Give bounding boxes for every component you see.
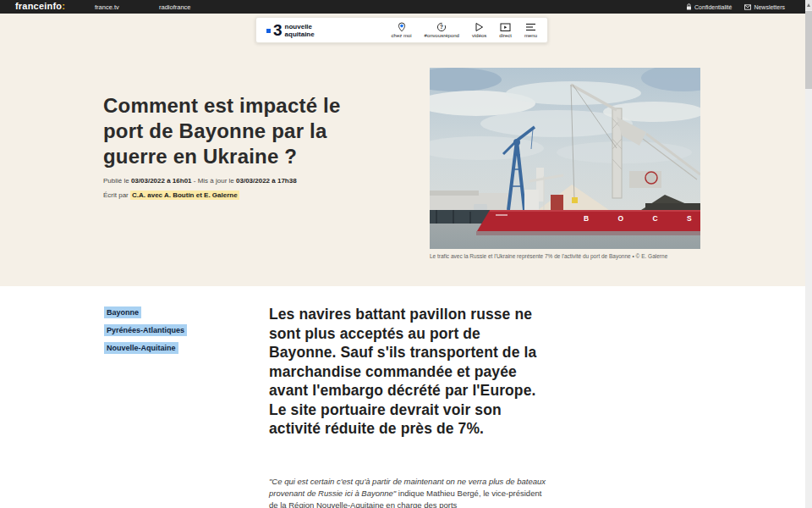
france3-nav-bar: 3 nouvelle aquitaine chez moi ? #onvousr… — [255, 17, 548, 43]
nav-label-onvousrepond: #onvousrépond — [425, 33, 459, 38]
france3-channel-number: 3 — [273, 21, 283, 39]
updated-prefix: Mis à jour le — [198, 177, 236, 185]
article-photo: B O C S — [430, 68, 700, 249]
article-hero-section: 3 nouvelle aquitaine chez moi ? #onvousr… — [0, 14, 805, 286]
photo-caption: Le trafic avec la Russie et l'Ukraine re… — [430, 253, 700, 259]
nav-label-videos: vidéos — [472, 33, 486, 38]
published-prefix: Publié le — [103, 177, 131, 185]
scrollbar-up-button[interactable] — [805, 0, 812, 10]
region-line2: aquitaine — [285, 30, 315, 38]
newsletters-label: Newsletters — [754, 4, 785, 10]
top-bar: franceinfo: france.tv radiofrance Confid… — [0, 0, 805, 14]
nav-label-chez-moi: chez moi — [392, 33, 412, 38]
question-bubble-icon: ? — [436, 22, 447, 32]
newsletters-link[interactable]: Newsletters — [744, 4, 785, 10]
scrollbar-thumb[interactable] — [805, 11, 812, 89]
tag-nouvelle-aquitaine[interactable]: Nouvelle-Aquitaine — [104, 342, 178, 354]
nav-item-onvousrepond[interactable]: ? #onvousrépond — [425, 22, 459, 38]
scrollbar[interactable] — [805, 0, 812, 508]
nav-items: chez moi ? #onvousrépond vidéos direct m… — [392, 22, 537, 38]
franceinfo-logo-colon: : — [62, 1, 65, 11]
nav-label-direct: direct — [499, 33, 512, 38]
article-tags: Bayonne Pyrénées-Atlantiques Nouvelle-Aq… — [104, 306, 187, 360]
written-by-prefix: Écrit par — [103, 191, 130, 199]
franceinfo-logo-text: franceinfo — [15, 1, 62, 11]
port-of-bayonne-photo: B O C S — [430, 68, 700, 249]
topbar-link-francetv[interactable]: france.tv — [95, 3, 119, 11]
article-dates: Publié le 03/03/2022 à 16h01 - Mis à jou… — [103, 177, 297, 185]
newsletter-icon — [744, 4, 751, 10]
article-quote-paragraph: "Ce qui est certain c'est qu'à partir de… — [269, 476, 551, 508]
menu-icon — [525, 23, 536, 31]
published-date: 03/03/2022 à 16h01 — [131, 177, 192, 185]
scrollbar-up-arrow-icon — [807, 3, 810, 7]
article-authors[interactable]: C.A. avec A. Boutin et E. Galerne — [130, 190, 239, 200]
confidentialite-label: Confidentialité — [694, 4, 732, 10]
topbar-link-radiofrance[interactable]: radiofrance — [159, 3, 191, 11]
nav-item-direct[interactable]: direct — [499, 22, 512, 38]
play-icon — [475, 22, 484, 32]
france3-blue-dot-icon — [266, 29, 271, 33]
nav-item-videos[interactable]: vidéos — [472, 22, 486, 38]
live-tv-icon — [500, 23, 511, 32]
svg-text:?: ? — [440, 24, 443, 30]
nav-item-chez-moi[interactable]: chez moi — [392, 22, 412, 38]
location-pin-icon — [398, 22, 406, 32]
lock-icon — [686, 3, 692, 10]
franceinfo-logo[interactable]: franceinfo: — [15, 1, 65, 11]
tag-bayonne[interactable]: Bayonne — [104, 306, 141, 318]
confidentialite-link[interactable]: Confidentialité — [686, 3, 732, 10]
article-lead-paragraph: Les navires battant pavillon russe ne so… — [269, 305, 546, 439]
article-byline: Écrit par C.A. avec A. Boutin et E. Gale… — [103, 191, 239, 199]
tag-pyrenees-atlantiques[interactable]: Pyrénées-Atlantiques — [104, 324, 187, 336]
topbar-right-group: Confidentialité Newsletters — [686, 0, 785, 14]
meta-separator: - — [192, 177, 198, 185]
article-title: Comment est impacté le port de Bayonne p… — [103, 93, 372, 169]
nav-label-menu: menu — [524, 33, 537, 38]
france3-region-name: nouvelle aquitaine — [285, 21, 315, 38]
region-line1: nouvelle — [285, 23, 315, 30]
ship-name-letters: B O C S — [584, 214, 700, 223]
nav-item-menu[interactable]: menu — [524, 22, 537, 38]
france3-nouvelle-aquitaine-logo[interactable]: 3 nouvelle aquitaine — [266, 21, 315, 39]
updated-date: 03/03/2022 à 17h38 — [236, 177, 297, 185]
